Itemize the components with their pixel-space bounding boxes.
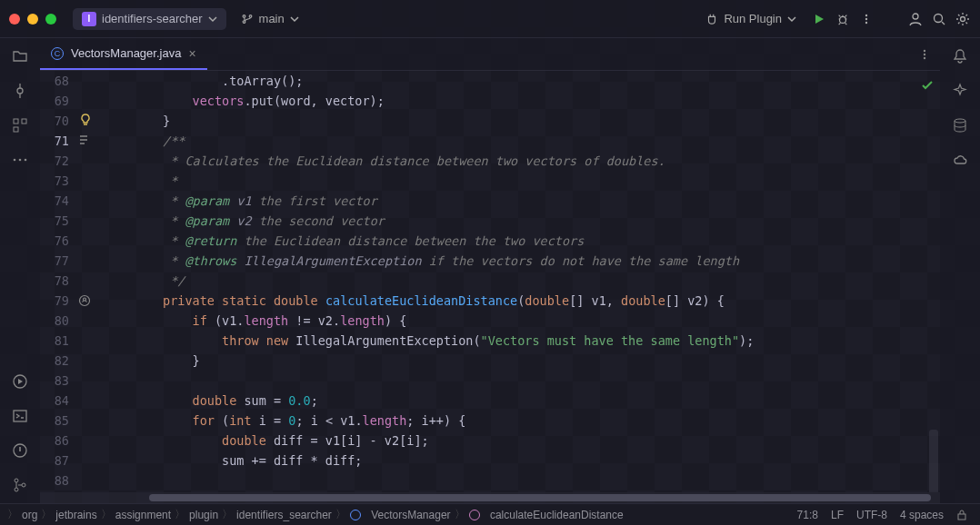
more-actions-button[interactable] [858, 11, 875, 27]
account-button[interactable] [907, 11, 924, 27]
minimize-window-button[interactable] [27, 14, 38, 25]
svg-point-12 [19, 159, 22, 162]
crumb-method[interactable]: calculateEuclideanDistance [469, 509, 624, 521]
line-number-gutter[interactable]: 6869707172737475767778798081828384858687… [40, 71, 75, 492]
code-content[interactable]: .toArray(); vectors.put(word, vector); }… [100, 71, 940, 492]
check-icon [920, 78, 935, 93]
svg-rect-9 [22, 119, 26, 124]
crumb-package[interactable]: org [22, 509, 37, 521]
crumb-package[interactable]: jetbrains [55, 509, 96, 521]
svg-point-0 [840, 16, 846, 23]
file-encoding[interactable]: UTF-8 [856, 509, 887, 521]
lock-icon [956, 510, 967, 520]
tab-more-button[interactable] [918, 48, 931, 61]
git-icon [12, 477, 28, 493]
readonly-toggle[interactable] [956, 510, 967, 520]
vcs-tool-button[interactable] [11, 476, 29, 494]
titlebar: I identifiers-searcher main Run Plugin [0, 0, 980, 38]
indent-config[interactable]: 4 spaces [900, 509, 944, 521]
svg-point-3 [865, 21, 867, 23]
close-tab-button[interactable]: × [188, 46, 195, 61]
person-icon [908, 12, 923, 26]
crumb-class[interactable]: VectorsManager [350, 509, 451, 521]
more-tool-button[interactable] [11, 151, 29, 169]
project-selector[interactable]: I identifiers-searcher [73, 8, 226, 30]
svg-point-2 [865, 17, 867, 19]
right-toolwindow-bar [940, 38, 980, 503]
run-config-selector[interactable]: Run Plugin [698, 8, 804, 29]
folder-icon [12, 48, 28, 64]
intention-bulb-icon[interactable] [78, 113, 95, 129]
horizontal-scrollbar[interactable] [40, 492, 940, 503]
commit-icon [12, 83, 28, 99]
svg-point-20 [924, 49, 925, 51]
tab-vectors-manager[interactable]: C VectorsManager.java × [40, 38, 207, 70]
search-icon [932, 12, 946, 26]
debug-button[interactable] [835, 11, 851, 27]
caret-position[interactable]: 71:8 [797, 509, 818, 521]
svg-point-5 [935, 14, 943, 22]
cloud-icon [952, 152, 968, 168]
svg-point-11 [14, 159, 16, 162]
svg-rect-25 [958, 514, 965, 520]
project-name: identifiers-searcher [102, 12, 203, 25]
scrollbar-thumb[interactable] [149, 494, 931, 501]
svg-point-22 [924, 56, 925, 58]
java-class-icon: C [51, 47, 64, 60]
ai-assistant-tool-button[interactable] [951, 82, 969, 100]
inspection-status-icon[interactable] [920, 78, 935, 93]
svg-point-1 [865, 14, 867, 15]
branch-icon [241, 13, 254, 25]
svg-point-13 [25, 159, 27, 162]
warning-icon [12, 442, 28, 459]
chevron-down-icon [208, 15, 217, 24]
search-everywhere-button[interactable] [931, 11, 947, 27]
maximize-window-button[interactable] [45, 14, 56, 25]
window-controls [9, 14, 56, 25]
svg-point-17 [15, 479, 18, 482]
project-initial: I [82, 12, 96, 26]
project-tool-button[interactable] [11, 47, 29, 65]
svg-rect-10 [14, 127, 18, 132]
svg-point-6 [961, 16, 965, 21]
play-circle-icon [12, 373, 28, 390]
notifications-tool-button[interactable] [951, 47, 969, 65]
commit-tool-button[interactable] [11, 82, 29, 100]
gutter-icons [75, 71, 100, 492]
editor-scrollbar[interactable] [929, 430, 938, 492]
status-bar: 〉org 〉jetbrains 〉assignment 〉plugin 〉ide… [0, 503, 980, 525]
line-separator[interactable]: LF [831, 509, 844, 521]
gear-icon [955, 12, 970, 26]
services-tool-button[interactable] [11, 372, 29, 391]
close-window-button[interactable] [9, 14, 20, 25]
terminal-tool-button[interactable] [11, 407, 29, 425]
structure-tool-button[interactable] [11, 116, 29, 134]
kebab-icon [918, 48, 931, 61]
terminal-icon [12, 408, 28, 424]
crumb-package[interactable]: identifiers_searcher [236, 509, 332, 521]
override-gutter-icon[interactable] [78, 294, 95, 311]
coverage-tool-button[interactable] [951, 151, 969, 169]
svg-point-19 [22, 483, 25, 487]
kebab-icon [860, 13, 873, 25]
database-tool-button[interactable] [951, 116, 969, 134]
chevron-down-icon [787, 15, 796, 24]
tab-filename: VectorsManager.java [71, 46, 181, 60]
breadcrumbs[interactable]: 〉org 〉jetbrains 〉assignment 〉plugin 〉ide… [7, 507, 797, 522]
sparkle-icon [952, 83, 968, 99]
svg-point-24 [955, 119, 965, 123]
code-editor[interactable]: 6869707172737475767778798081828384858687… [40, 71, 940, 492]
svg-point-18 [15, 488, 18, 491]
settings-button[interactable] [955, 11, 971, 27]
editor-tabs: C VectorsManager.java × [40, 38, 940, 71]
bell-icon [952, 48, 968, 64]
structure-icon [12, 117, 28, 134]
fold-toggle-icon[interactable] [78, 134, 95, 151]
branch-name: main [259, 12, 285, 25]
vcs-branch-selector[interactable]: main [234, 8, 306, 29]
bug-icon [836, 13, 849, 25]
run-button[interactable] [811, 11, 827, 27]
problems-tool-button[interactable] [11, 441, 29, 460]
crumb-package[interactable]: plugin [189, 509, 218, 521]
crumb-package[interactable]: assignment [115, 509, 171, 521]
